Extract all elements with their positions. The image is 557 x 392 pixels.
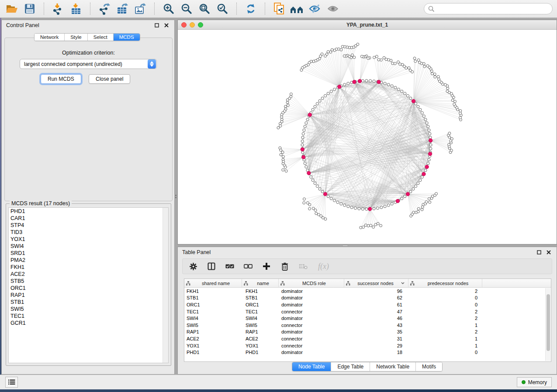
export-table-icon[interactable] (115, 1, 130, 16)
table-cell-mcds_role[interactable]: dominator (279, 289, 344, 294)
zoom-in-icon[interactable] (161, 1, 176, 16)
network-window-titlebar[interactable]: YPA_prune.txt_1 (178, 20, 557, 30)
network-leaf-node[interactable] (360, 55, 363, 58)
mcds-result-item[interactable]: TID3 (9, 229, 168, 236)
network-leaf-node[interactable] (448, 132, 451, 134)
network-node[interactable] (429, 144, 432, 146)
network-node[interactable] (336, 201, 339, 203)
network-node[interactable] (412, 188, 415, 190)
table-cell-predecessor_nodes[interactable]: 0 (408, 350, 482, 355)
network-leaf-node[interactable] (450, 138, 453, 140)
network-node[interactable] (321, 97, 324, 100)
network-node[interactable] (415, 185, 417, 187)
table-cell-name[interactable]: YOX1 (242, 343, 279, 348)
network-node[interactable] (305, 122, 308, 124)
network-leaf-node[interactable] (417, 210, 419, 213)
network-hub-node[interactable] (377, 80, 381, 84)
zoom-fit-content-icon[interactable] (197, 1, 212, 16)
tab-edge-table[interactable]: Edge Table (331, 362, 370, 371)
tab-node-table[interactable]: Node Table (292, 362, 331, 371)
network-leaf-node[interactable] (284, 105, 287, 108)
float-window-icon[interactable] (536, 249, 543, 256)
delete-row-icon[interactable] (280, 262, 289, 271)
network-hub-node[interactable] (302, 155, 305, 159)
network-node[interactable] (333, 88, 336, 91)
table-cell-successor_nodes[interactable]: 47 (344, 309, 408, 314)
table-cell-shared_name[interactable]: SWI5 (184, 323, 242, 328)
table-cell-shared_name[interactable]: STB1 (184, 295, 242, 300)
network-leaf-node[interactable] (277, 127, 280, 129)
show-column-panel-icon[interactable] (207, 262, 216, 271)
network-node[interactable] (391, 203, 393, 205)
network-node[interactable] (404, 92, 406, 95)
network-node[interactable] (311, 108, 314, 111)
table-cell-successor_nodes[interactable]: 43 (344, 323, 408, 328)
table-cell-successor_nodes[interactable]: 35 (344, 329, 408, 334)
window-zoom-icon[interactable] (198, 22, 203, 28)
network-node[interactable] (384, 82, 386, 85)
network-node[interactable] (314, 182, 316, 185)
table-cell-predecessor_nodes[interactable]: 1 (408, 343, 482, 348)
table-cell-mcds_role[interactable]: dominator (279, 316, 344, 321)
network-hub-node[interactable] (429, 139, 432, 142)
mcds-result-item[interactable]: ORC1 (9, 285, 168, 292)
mcds-result-item[interactable]: PMA2 (9, 257, 168, 264)
network-leaf-node[interactable] (421, 208, 423, 211)
network-leaf-node[interactable] (375, 55, 378, 58)
table-row[interactable]: STB1STB1dominator620 (184, 295, 551, 302)
network-node[interactable] (421, 111, 423, 114)
network-leaf-node[interactable] (429, 201, 431, 203)
network-leaf-node[interactable] (300, 69, 303, 72)
select-all-rows-icon[interactable] (225, 262, 234, 271)
network-node[interactable] (424, 169, 427, 172)
mcds-result-item[interactable]: SWI5 (9, 306, 168, 313)
table-cell-successor_nodes[interactable]: 62 (344, 295, 408, 300)
mcds-result-item[interactable]: SWI4 (9, 243, 168, 250)
tab-select[interactable]: Select (87, 34, 113, 41)
network-leaf-node[interactable] (437, 76, 439, 78)
network-leaf-node[interactable] (446, 87, 449, 89)
network-leaf-node[interactable] (324, 55, 327, 57)
table-cell-shared_name[interactable]: ORC1 (184, 302, 242, 307)
network-node[interactable] (301, 140, 304, 142)
hide-selected-icon[interactable] (308, 1, 322, 16)
open-file-icon[interactable] (4, 1, 19, 16)
network-node[interactable] (358, 207, 360, 210)
network-leaf-node[interactable] (282, 168, 284, 171)
network-node[interactable] (409, 97, 412, 100)
table-cell-shared_name[interactable]: ACE2 (184, 336, 242, 341)
network-leaf-node[interactable] (423, 65, 426, 68)
network-leaf-node[interactable] (364, 224, 367, 227)
network-leaf-node[interactable] (285, 170, 287, 172)
network-node[interactable] (324, 94, 326, 97)
network-node[interactable] (304, 125, 306, 128)
import-network-from-file-icon[interactable] (51, 1, 66, 16)
network-node[interactable] (316, 185, 318, 187)
network-node[interactable] (321, 190, 324, 193)
network-node[interactable] (419, 179, 422, 182)
network-leaf-node[interactable] (287, 104, 289, 107)
network-leaf-node[interactable] (412, 211, 415, 214)
network-node[interactable] (417, 182, 419, 185)
network-node[interactable] (427, 162, 429, 165)
network-node[interactable] (406, 94, 409, 97)
network-hub-node[interactable] (425, 165, 429, 168)
network-hub-node[interactable] (412, 100, 415, 103)
table-cell-mcds_role[interactable]: dominator (279, 295, 344, 300)
network-leaf-node[interactable] (282, 155, 284, 158)
show-all-icon[interactable] (325, 1, 340, 16)
network-leaf-node[interactable] (422, 62, 425, 65)
network-leaf-node[interactable] (414, 60, 417, 62)
network-node[interactable] (365, 208, 368, 210)
table-cell-name[interactable]: FKH1 (242, 289, 279, 294)
tab-network-table[interactable]: Network Table (370, 362, 415, 371)
add-column-icon[interactable] (262, 262, 271, 271)
network-node[interactable] (376, 207, 379, 210)
network-leaf-node[interactable] (437, 78, 440, 80)
tab-mcds[interactable]: MCDS (113, 34, 140, 41)
network-leaf-node[interactable] (329, 51, 332, 53)
network-leaf-node[interactable] (284, 166, 287, 168)
network-node[interactable] (429, 132, 431, 135)
table-cell-predecessor_nodes[interactable]: 2 (408, 329, 482, 334)
first-neighbors-icon[interactable] (290, 1, 304, 16)
